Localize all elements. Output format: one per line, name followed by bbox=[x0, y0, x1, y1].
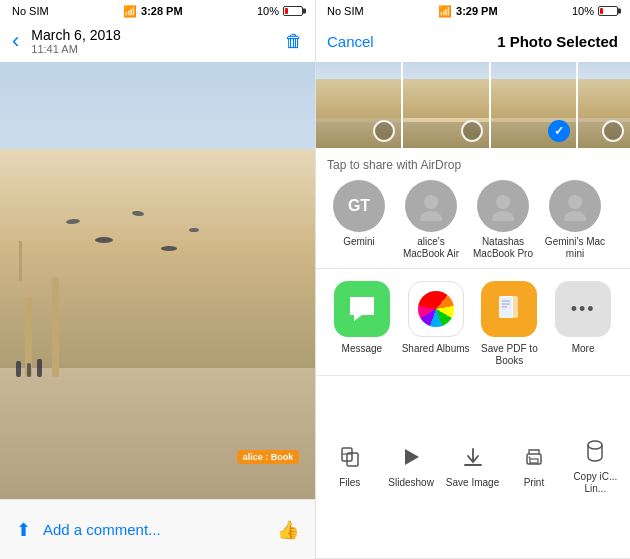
airdrop-name-natashas: Natashas MacBook Pro bbox=[471, 236, 535, 260]
action-row: Files Slideshow Save Image Print bbox=[315, 376, 630, 559]
action-files[interactable]: Files bbox=[319, 440, 380, 494]
airdrop-contacts: GT Gemini alice's MacBook Air Natashas M… bbox=[327, 180, 618, 264]
right-battery-pct: 10% bbox=[572, 5, 594, 17]
action-copy-link[interactable]: Copy iC...Lin... bbox=[565, 434, 626, 501]
books-icon bbox=[481, 281, 537, 337]
airdrop-name-geminis-mini: Gemini's Mac mini bbox=[543, 236, 607, 260]
right-battery-icon bbox=[598, 6, 618, 16]
airdrop-section: Tap to share with AirDrop GT Gemini alic… bbox=[315, 152, 630, 269]
left-carrier: No SIM bbox=[12, 5, 49, 17]
action-save-image[interactable]: Save Image bbox=[442, 440, 503, 494]
airdrop-name-alice: alice's MacBook Air bbox=[399, 236, 463, 260]
save-image-icon bbox=[462, 446, 484, 473]
svg-marker-14 bbox=[405, 449, 419, 465]
thumbnail-1[interactable] bbox=[315, 62, 401, 148]
airdrop-avatar-gt: GT bbox=[333, 180, 385, 232]
thumb-check-1[interactable] bbox=[373, 120, 395, 142]
action-print[interactable]: Print bbox=[503, 440, 564, 494]
right-carrier: No SIM bbox=[327, 5, 364, 17]
app-more[interactable]: ••• More bbox=[548, 281, 618, 355]
panel-divider bbox=[315, 0, 316, 559]
more-label: More bbox=[572, 343, 595, 355]
left-status-bar: No SIM 📶 3:28 PM 10% bbox=[0, 0, 315, 22]
airdrop-contact-natashas[interactable]: Natashas MacBook Pro bbox=[471, 180, 535, 260]
messages-label: Message bbox=[342, 343, 383, 355]
left-bottom-toolbar: ⬆︎ Add a comment... 👍 bbox=[0, 499, 315, 559]
app-messages[interactable]: Message bbox=[327, 281, 397, 355]
airdrop-contact-gemini[interactable]: GT Gemini bbox=[327, 180, 391, 260]
thumbnail-4[interactable] bbox=[578, 62, 630, 148]
photo-time: 11:41 AM bbox=[31, 43, 121, 55]
check-mark-3: ✓ bbox=[554, 124, 564, 138]
share-button[interactable]: ⬆︎ bbox=[16, 519, 31, 541]
left-battery-pct: 10% bbox=[257, 5, 279, 17]
left-time: 3:28 PM bbox=[141, 5, 183, 17]
app-share-row: Message Shared Albums Save PDF to Books … bbox=[315, 269, 630, 376]
thumb-check-2[interactable] bbox=[461, 120, 483, 142]
add-comment-label[interactable]: Add a comment... bbox=[43, 521, 161, 538]
venice-image: alice : Book bbox=[0, 62, 315, 499]
thumbnail-2[interactable] bbox=[403, 62, 489, 148]
left-panel: No SIM 📶 3:28 PM 10% ‹ March 6, 2018 11:… bbox=[0, 0, 315, 559]
print-label: Print bbox=[524, 477, 545, 488]
like-button[interactable]: 👍 bbox=[277, 519, 299, 541]
svg-point-19 bbox=[588, 441, 602, 449]
svg-point-5 bbox=[564, 211, 586, 221]
files-label: Files bbox=[339, 477, 360, 488]
right-time: 3:29 PM bbox=[456, 5, 498, 17]
alice-book-label: alice : Book bbox=[237, 450, 300, 464]
svg-point-1 bbox=[420, 211, 442, 221]
right-top-nav: Cancel 1 Photo Selected bbox=[315, 22, 630, 62]
rainbow-circle bbox=[418, 291, 454, 327]
airdrop-avatar-alice bbox=[405, 180, 457, 232]
right-panel: No SIM 📶 3:29 PM 10% Cancel 1 Photo Sele… bbox=[315, 0, 630, 559]
thumbnail-3[interactable]: ✓ bbox=[491, 62, 577, 148]
trash-button[interactable]: 🗑 bbox=[285, 31, 303, 52]
back-button[interactable]: ‹ bbox=[12, 30, 27, 52]
statue-pole bbox=[19, 241, 22, 281]
left-battery: 10% bbox=[257, 5, 303, 17]
shared-albums-label: Shared Albums bbox=[402, 343, 470, 355]
right-battery: 10% bbox=[572, 5, 618, 17]
save-image-label: Save Image bbox=[446, 477, 499, 488]
svg-point-3 bbox=[492, 211, 514, 221]
messages-icon bbox=[334, 281, 390, 337]
cancel-button[interactable]: Cancel bbox=[327, 33, 374, 50]
airdrop-avatar-geminis-mini bbox=[549, 180, 601, 232]
left-battery-icon bbox=[283, 6, 303, 16]
right-status-bar: No SIM 📶 3:29 PM 10% bbox=[315, 0, 630, 22]
save-pdf-books-label: Save PDF to Books bbox=[475, 343, 545, 367]
left-wifi-icon: 📶 bbox=[123, 5, 137, 18]
airdrop-label: Tap to share with AirDrop bbox=[327, 158, 618, 172]
app-shared-albums[interactable]: Shared Albums bbox=[401, 281, 471, 355]
airdrop-name-gemini: Gemini bbox=[343, 236, 375, 248]
svg-point-4 bbox=[568, 195, 582, 209]
svg-point-18 bbox=[528, 457, 530, 459]
copy-link-icon bbox=[584, 440, 606, 467]
main-photo[interactable]: alice : Book bbox=[0, 62, 315, 499]
thumb-check-4[interactable] bbox=[602, 120, 624, 142]
photo-selected-title: 1 Photo Selected bbox=[497, 33, 618, 50]
svg-rect-17 bbox=[530, 459, 538, 463]
photo-date: March 6, 2018 bbox=[31, 27, 121, 43]
airdrop-contact-alice[interactable]: alice's MacBook Air bbox=[399, 180, 463, 260]
left-nav: ‹ March 6, 2018 11:41 AM 🗑 bbox=[0, 22, 315, 62]
airdrop-contact-geminis-mini[interactable]: Gemini's Mac mini bbox=[543, 180, 607, 260]
svg-point-0 bbox=[424, 195, 438, 209]
files-icon bbox=[339, 446, 361, 473]
more-icon: ••• bbox=[555, 281, 611, 337]
app-save-pdf-books[interactable]: Save PDF to Books bbox=[475, 281, 545, 367]
ground bbox=[0, 368, 315, 499]
photos-icon bbox=[408, 281, 464, 337]
action-slideshow[interactable]: Slideshow bbox=[380, 440, 441, 494]
slideshow-icon bbox=[400, 446, 422, 473]
svg-point-2 bbox=[496, 195, 510, 209]
photo-date-info: March 6, 2018 11:41 AM bbox=[31, 27, 121, 55]
slideshow-label: Slideshow bbox=[388, 477, 434, 488]
thumbnail-strip: ✓ bbox=[315, 62, 630, 152]
right-bottom-toolbar: Files Slideshow Save Image Print bbox=[315, 376, 630, 559]
copy-link-label: Copy iC...Lin... bbox=[573, 471, 617, 495]
birds bbox=[47, 202, 236, 289]
right-wifi-icon: 📶 bbox=[438, 5, 452, 18]
people bbox=[16, 359, 42, 377]
